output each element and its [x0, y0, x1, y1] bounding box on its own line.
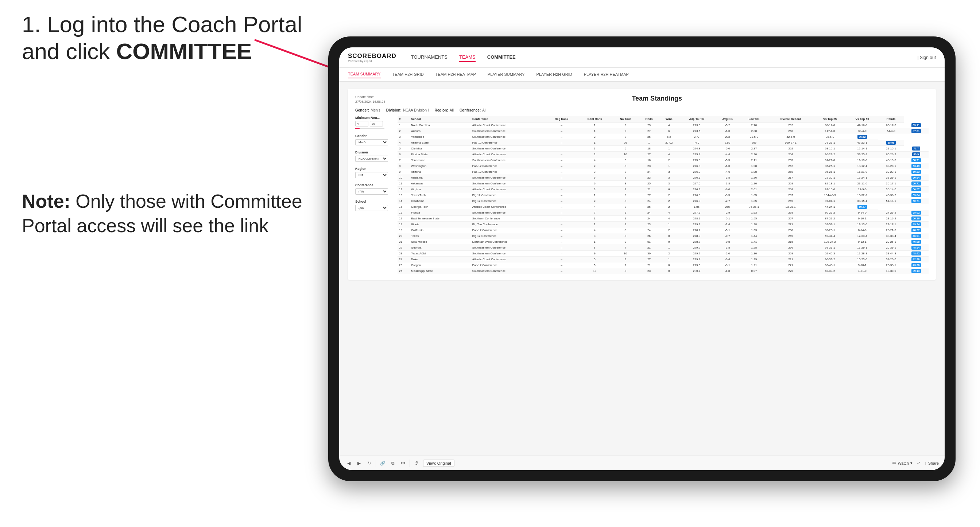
- table-cell: Southeastern Conference: [471, 175, 546, 181]
- table-cell: 269: [767, 251, 814, 257]
- table-cell: 1.44: [740, 233, 767, 239]
- update-time-value: 27/03/2024 16:56:26: [355, 100, 385, 104]
- table-cell: -5.1: [714, 216, 741, 222]
- min-rounds-slider[interactable]: [355, 128, 384, 129]
- table-cell: Atlantic Coast Conference: [471, 187, 546, 192]
- table-cell: 117-4-0: [814, 128, 846, 134]
- table-cell: 9: [612, 192, 640, 198]
- min-rounds-min-input[interactable]: [355, 121, 368, 127]
- division-select[interactable]: NCAA Division I NCAA Division II NCAA Di…: [355, 156, 388, 162]
- col-rnds: Rnds: [639, 116, 659, 122]
- table-cell: 1: [578, 122, 612, 128]
- table-cell: 277.5: [679, 210, 714, 216]
- sub-nav-team-h2h-grid[interactable]: TEAM H2H GRID: [393, 71, 424, 78]
- sidebar-filters: Minimum Rou... Gender: [355, 116, 392, 274]
- table-cell: -4.0: [679, 140, 714, 146]
- table-cell: 2: [659, 157, 679, 163]
- table-cell: 4: [578, 157, 612, 163]
- eye-icon: 👁: [892, 461, 896, 465]
- min-rounds-max-input[interactable]: [370, 121, 383, 127]
- nav-link-teams[interactable]: TEAMS: [459, 53, 476, 62]
- table-cell: 2.52: [714, 140, 741, 146]
- nav-link-committee[interactable]: COMMITTEE: [487, 53, 516, 62]
- table-cell: 1.85: [740, 198, 767, 204]
- table-cell: 18-12-1: [846, 163, 878, 169]
- conference-select[interactable]: (All): [355, 189, 388, 195]
- table-cell: 4: [659, 122, 679, 128]
- table-cell: 9: [612, 210, 640, 216]
- table-cell: 4: [578, 227, 612, 233]
- tablet-screen: SCOREBOARD Powered by clippd TOURNAMENTS…: [339, 48, 945, 470]
- table-cell: 6: [612, 157, 640, 163]
- table-cell: 27: [639, 128, 659, 134]
- table-cell: 10: [612, 251, 640, 257]
- share-button[interactable]: ↑ Share: [924, 461, 939, 465]
- col-conf-rank: Conf Rank: [578, 116, 612, 122]
- table-cell: 26: [639, 134, 659, 140]
- toolbar-sep1: [375, 460, 376, 467]
- toolbar-forward-icon[interactable]: ▶: [355, 460, 363, 467]
- gender-value: Men's: [371, 108, 380, 112]
- table-cell: 20: [398, 233, 410, 239]
- table-cell: Florida: [410, 210, 471, 216]
- table-cell: 37-20-0: [878, 257, 904, 262]
- table-cell: 24: [639, 216, 659, 222]
- watch-button[interactable]: 👁 Watch ▾: [892, 461, 913, 465]
- col-adj-to-par: Adj. To Par: [679, 116, 714, 122]
- table-cell: 203: [714, 134, 741, 140]
- toolbar-share-link-icon[interactable]: 🔗: [379, 460, 386, 467]
- table-cell: Arkansas: [410, 181, 471, 187]
- view-original-button[interactable]: View: Original: [423, 460, 455, 467]
- table-cell: 8: [612, 227, 640, 233]
- table-cell: 9: [612, 216, 640, 222]
- table-cell: 278.1: [679, 216, 714, 222]
- sub-nav-team-h2h-heatmap[interactable]: TEAM H2H HEATMAP: [436, 71, 476, 78]
- table-cell: Pac-12 Conference: [471, 227, 546, 233]
- table-cell: 87-21-2: [814, 216, 846, 222]
- table-cell: 11-28-3: [846, 251, 878, 257]
- toolbar-back-icon[interactable]: ◀: [345, 460, 352, 467]
- table-cell: 280.7: [679, 268, 714, 274]
- toolbar-dot-icon[interactable]: •••: [399, 460, 407, 467]
- sub-nav-player-h2h-grid[interactable]: PLAYER H2H GRID: [536, 71, 572, 78]
- table-cell: 5: [578, 175, 612, 181]
- table-cell: 278.7: [679, 239, 714, 245]
- sub-nav-team-summary[interactable]: TEAM SUMMARY: [348, 70, 381, 78]
- table-row: 7TennesseeSoutheastern Conference–461822…: [398, 157, 929, 163]
- table-cell: –: [546, 198, 578, 204]
- table-cell: 10: [578, 268, 612, 274]
- table-cell: 51-14-1: [878, 198, 904, 204]
- col-vs-top-25: Vs Top 25: [814, 116, 846, 122]
- nav-link-tournaments[interactable]: TOURNAMENTS: [411, 53, 447, 62]
- table-cell: 1.53: [740, 227, 767, 233]
- table-cell: 44-24-1: [814, 204, 846, 210]
- toolbar-clock-icon[interactable]: ⏱: [413, 460, 420, 467]
- sign-out-link[interactable]: Sign out: [920, 55, 936, 60]
- region-select[interactable]: N/A All: [355, 172, 388, 178]
- table-cell: 100-27-1: [767, 140, 814, 146]
- table-cell: -3.8: [714, 245, 741, 251]
- table-cell: 2: [659, 204, 679, 210]
- toolbar-reload-icon[interactable]: ↻: [366, 460, 373, 467]
- toolbar-expand-button[interactable]: ⤢: [917, 461, 920, 465]
- table-cell: 86-25-1: [814, 163, 846, 169]
- table-cell: 4: [578, 204, 612, 210]
- table-cell: Atlantic Coast Conference: [471, 122, 546, 128]
- table-cell: -0.4: [714, 257, 741, 262]
- table-cell: 40-38-2: [878, 192, 904, 198]
- sub-nav-player-summary[interactable]: PLAYER SUMMARY: [488, 71, 525, 78]
- table-row: 17East Tennessee StateSouthern Conferenc…: [398, 216, 929, 222]
- table-cell: 276.9: [679, 187, 714, 192]
- table-cell: 266: [767, 245, 814, 251]
- table-cell: 1: [578, 239, 612, 245]
- table-cell: 43.38: [904, 262, 929, 268]
- table-cell: 1.41: [740, 239, 767, 245]
- toolbar-copy-icon[interactable]: ⧉: [389, 460, 396, 467]
- gender-select[interactable]: Men's Women's: [355, 139, 388, 145]
- table-cell: 73.7: [904, 146, 929, 152]
- school-select[interactable]: (All): [355, 205, 388, 211]
- table-cell: 23: [639, 122, 659, 128]
- sub-nav-player-h2h-heatmap[interactable]: PLAYER H2H HEATMAP: [584, 71, 629, 78]
- table-cell: 1.21: [740, 262, 767, 268]
- filter-region: Region: All: [435, 108, 454, 112]
